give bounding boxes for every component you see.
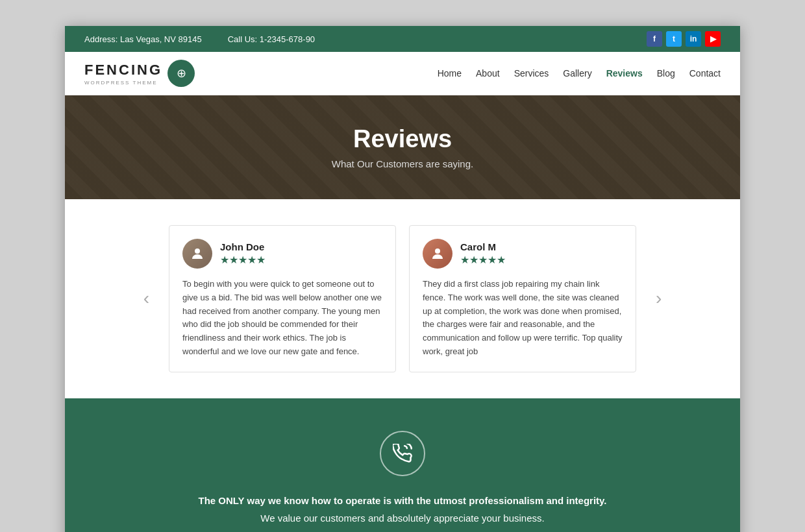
avatar-person-icon-2 xyxy=(430,246,445,261)
address-label: Address: Las Vegas, NV 89145 xyxy=(84,34,202,44)
social-icons-group: f t in ▶ xyxy=(647,31,721,47)
prev-arrow-button[interactable]: ‹ xyxy=(137,282,156,315)
footer-cta: The ONLY way we know how to operate is w… xyxy=(65,398,740,532)
next-arrow-button[interactable]: › xyxy=(649,282,668,315)
reviewer-info-2: Carol M ★★★★★ xyxy=(460,241,506,266)
phone-label: Call Us: 1-2345-678-90 xyxy=(228,34,315,44)
facebook-icon[interactable]: f xyxy=(647,31,662,47)
avatar-john-doe xyxy=(182,239,212,269)
reviews-container: John Doe ★★★★★ To begin with you were qu… xyxy=(169,225,636,372)
nav-item-contact[interactable]: Contact xyxy=(689,67,721,79)
hero-banner: Reviews What Our Customers are saying. xyxy=(65,95,740,199)
nav-item-about[interactable]: About xyxy=(476,67,500,79)
hero-subtitle: What Our Customers are saying. xyxy=(332,158,473,169)
stars-1: ★★★★★ xyxy=(220,254,266,266)
logo-text: FENCING xyxy=(84,62,162,79)
nav-bar: FENCING WORDPRESS THEME ⊕ Home About Ser… xyxy=(65,52,740,95)
footer-text-line2: We value our customers and absolutely ap… xyxy=(260,509,544,527)
nav-item-services[interactable]: Services xyxy=(514,67,549,79)
logo-subtitle: WORDPRESS THEME xyxy=(84,80,162,86)
review-text-2: They did a first class job repairing my … xyxy=(423,278,623,359)
footer-text-line1: The ONLY way we know how to operate is w… xyxy=(199,492,607,509)
avatar-person-icon xyxy=(190,246,205,261)
top-bar: Address: Las Vegas, NV 89145 Call Us: 1-… xyxy=(65,26,740,52)
stars-2: ★★★★★ xyxy=(460,254,506,266)
twitter-icon[interactable]: t xyxy=(666,31,682,47)
svg-point-1 xyxy=(435,248,440,254)
contact-info: Address: Las Vegas, NV 89145 Call Us: 1-… xyxy=(84,34,315,44)
phone-icon xyxy=(393,444,412,463)
reviewer-name-1: John Doe xyxy=(220,241,266,252)
reviewer-name-2: Carol M xyxy=(460,241,506,252)
review-header-1: John Doe ★★★★★ xyxy=(182,239,382,269)
nav-links: Home About Services Gallery Reviews Blog… xyxy=(438,67,721,79)
youtube-icon[interactable]: ▶ xyxy=(705,31,721,47)
review-header-2: Carol M ★★★★★ xyxy=(423,239,623,269)
svg-point-0 xyxy=(195,248,200,254)
review-card-1: John Doe ★★★★★ To begin with you were qu… xyxy=(169,225,396,372)
hero-title: Reviews xyxy=(353,125,452,153)
nav-item-gallery[interactable]: Gallery xyxy=(563,67,591,79)
reviewer-info-1: John Doe ★★★★★ xyxy=(220,241,266,266)
browser-window: Address: Las Vegas, NV 89145 Call Us: 1-… xyxy=(65,26,740,532)
nav-item-reviews[interactable]: Reviews xyxy=(606,67,643,79)
logo-icon: ⊕ xyxy=(167,60,195,87)
logo[interactable]: FENCING WORDPRESS THEME ⊕ xyxy=(84,60,195,87)
linkedin-icon[interactable]: in xyxy=(686,31,701,47)
avatar-carol-m xyxy=(423,239,452,269)
review-text-1: To begin with you were quick to get some… xyxy=(182,278,382,359)
review-card-2: Carol M ★★★★★ They did a first class job… xyxy=(409,225,636,372)
phone-circle-icon xyxy=(380,431,425,476)
reviews-section: ‹ John Doe ★★★★★ To begin wit xyxy=(65,199,740,398)
nav-item-blog[interactable]: Blog xyxy=(657,67,675,79)
nav-item-home[interactable]: Home xyxy=(438,67,462,79)
